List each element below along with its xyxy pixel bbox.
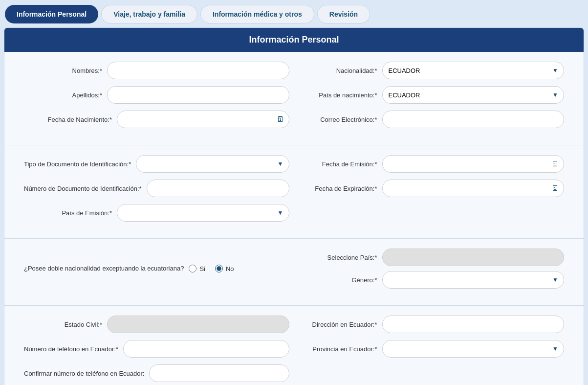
tipo-doc-label: Tipo de Documento de Identificación:*: [24, 160, 131, 168]
fecha-emision-wrapper: 🗓: [382, 155, 565, 173]
col-fecha-expiracion: Fecha de Expiración:* 🗓: [299, 180, 565, 197]
provincia-select-wrapper: ▼: [382, 340, 565, 358]
col-direccion: Dirección en Ecuador:*: [299, 316, 565, 333]
doble-nacionalidad-label: ¿Posee doble nacionalidad exceptuando la…: [24, 264, 184, 273]
tab-medical[interactable]: Información médica y otros: [200, 5, 314, 23]
col-doble-nacionalidad: ¿Posee doble nacionalidad exceptuando la…: [24, 264, 289, 273]
direccion-label: Dirección en Ecuador:*: [299, 321, 377, 328]
seleccione-pais-input[interactable]: [382, 249, 565, 266]
apellidos-input[interactable]: [107, 86, 289, 104]
genero-label: Género:*: [299, 276, 377, 284]
contact-section: Estado Civil:* Dirección en Ecuador:* Nú…: [4, 306, 584, 385]
pais-nacimiento-select-wrapper: ECUADOR ▼: [382, 86, 565, 104]
provincia-label: Provincia en Ecuador:*: [299, 345, 377, 353]
col-confirmar-telefono: Confirmar número de teléfono en Ecuador:: [24, 364, 289, 382]
row-apellidos-pais: Apellidos:* País de nacimiento:* ECUADOR…: [24, 86, 564, 104]
confirmar-telefono-label: Confirmar número de teléfono en Ecuador:: [24, 370, 144, 377]
nombres-input[interactable]: [107, 62, 289, 79]
col-apellidos: Apellidos:*: [24, 86, 289, 104]
fecha-nacimiento-input[interactable]: [117, 111, 289, 128]
col-pais-nacimiento: País de nacimiento:* ECUADOR ▼: [299, 86, 565, 104]
nacionalidad-select[interactable]: ECUADOR: [382, 62, 565, 79]
radio-no-option[interactable]: No: [215, 265, 234, 272]
tipo-doc-select-wrapper: ▼: [136, 155, 289, 173]
fecha-emision-input[interactable]: [382, 155, 565, 173]
fecha-expiracion-label: Fecha de Expiración:*: [299, 185, 377, 192]
nombres-label: Nombres:*: [24, 67, 102, 74]
col-fecha-nacimiento: Fecha de Nacimiento:* 🗓: [24, 111, 289, 128]
genero-row: Género:* ▼: [299, 271, 565, 289]
col-tipodoc: Tipo de Documento de Identificación:* ▼: [24, 155, 289, 173]
seleccione-pais-label: Seleccione País:*: [299, 254, 377, 261]
col-telefono: Número de teléfono en Ecuador:*: [24, 340, 289, 358]
numero-doc-input[interactable]: [147, 180, 289, 197]
estado-civil-input[interactable]: [107, 316, 289, 333]
numero-doc-label: Número de Documento de Identificación:*: [24, 185, 142, 192]
radio-si-label: Si: [199, 265, 205, 272]
row-tipodoc-fechemision: Tipo de Documento de Identificación:* ▼ …: [24, 155, 564, 173]
pais-emision-select-wrapper: ▼: [117, 204, 289, 222]
row-numerodoc-fechaexpiracion: Número de Documento de Identificación:* …: [24, 180, 564, 197]
row-paisemision: País de Emisión:* ▼: [24, 204, 564, 222]
provincia-select[interactable]: [382, 340, 565, 358]
nationality-section: ¿Posee doble nacionalidad exceptuando la…: [4, 239, 584, 306]
tab-revision[interactable]: Revisión: [317, 5, 370, 23]
tab-navigation: Información Personal Viaje, trabajo y fa…: [0, 0, 588, 23]
basic-info-section: Nombres:* Nacionalidad:* ECUADOR ▼ Apell…: [4, 52, 584, 145]
nacionalidad-label: Nacionalidad:*: [299, 67, 377, 74]
doble-nacionalidad-radio-group: Si No: [189, 265, 234, 272]
col-fecha-emision: Fecha de Emisión:* 🗓: [299, 155, 565, 173]
estado-civil-label: Estado Civil:*: [24, 321, 102, 328]
fecha-nacimiento-label: Fecha de Nacimiento:*: [24, 116, 112, 123]
apellidos-label: Apellidos:*: [24, 91, 102, 99]
tab-personal[interactable]: Información Personal: [5, 5, 98, 23]
direccion-input[interactable]: [382, 316, 565, 333]
row-confirmar-telefono: Confirmar número de teléfono en Ecuador:: [24, 364, 564, 382]
row-estadocivil-direccion: Estado Civil:* Dirección en Ecuador:*: [24, 316, 564, 333]
fecha-emision-label: Fecha de Emisión:*: [299, 160, 377, 168]
col-seleccione-pais: Seleccione País:* Género:* ▼: [299, 249, 565, 289]
fecha-nacimiento-wrapper: 🗓: [117, 111, 289, 128]
seleccione-pais-row: Seleccione País:*: [299, 249, 565, 266]
col-correo: Correo Electrónico:*: [299, 111, 565, 128]
col-pais-emision: País de Emisión:* ▼: [24, 204, 289, 222]
row-nombres-nacionalidad: Nombres:* Nacionalidad:* ECUADOR ▼: [24, 62, 564, 79]
radio-no-input[interactable]: [215, 265, 223, 272]
col-nacionalidad: Nacionalidad:* ECUADOR ▼: [299, 62, 565, 79]
row-fecha-correo: Fecha de Nacimiento:* 🗓 Correo Electróni…: [24, 111, 564, 128]
fecha-expiracion-input[interactable]: [382, 180, 565, 197]
correo-label: Correo Electrónico:*: [299, 116, 377, 123]
pais-emision-label: País de Emisión:*: [24, 209, 112, 217]
tipo-doc-select[interactable]: [136, 155, 289, 173]
document-section: Tipo de Documento de Identificación:* ▼ …: [4, 145, 584, 239]
genero-select-wrapper: ▼: [382, 271, 565, 289]
telefono-label: Número de teléfono en Ecuador:*: [24, 345, 118, 353]
pais-emision-select[interactable]: [117, 204, 289, 222]
col-estado-civil: Estado Civil:*: [24, 316, 289, 333]
correo-input[interactable]: [382, 111, 565, 128]
telefono-input[interactable]: [123, 340, 289, 358]
col-nombres: Nombres:*: [24, 62, 289, 79]
pais-nacimiento-label: País de nacimiento:*: [299, 91, 377, 99]
pais-nacimiento-select[interactable]: ECUADOR: [382, 86, 565, 104]
col-numerodoc: Número de Documento de Identificación:*: [24, 180, 289, 197]
nacionalidad-select-wrapper: ECUADOR ▼: [382, 62, 565, 79]
main-form-container: Información Personal Nombres:* Nacionali…: [4, 27, 584, 385]
confirmar-telefono-input[interactable]: [149, 364, 289, 382]
fecha-expiracion-wrapper: 🗓: [382, 180, 565, 197]
radio-si-option[interactable]: Si: [189, 265, 205, 272]
radio-no-label: No: [226, 265, 234, 272]
radio-si-input[interactable]: [189, 265, 196, 272]
tab-travel[interactable]: Viaje, trabajo y familia: [101, 5, 197, 23]
row-doblenacionalidad-pais: ¿Posee doble nacionalidad exceptuando la…: [24, 249, 564, 289]
genero-select[interactable]: [382, 271, 565, 289]
row-telefono-provincia: Número de teléfono en Ecuador:* Provinci…: [24, 340, 564, 358]
col-provincia: Provincia en Ecuador:* ▼: [299, 340, 565, 358]
section-title: Información Personal: [4, 28, 584, 52]
